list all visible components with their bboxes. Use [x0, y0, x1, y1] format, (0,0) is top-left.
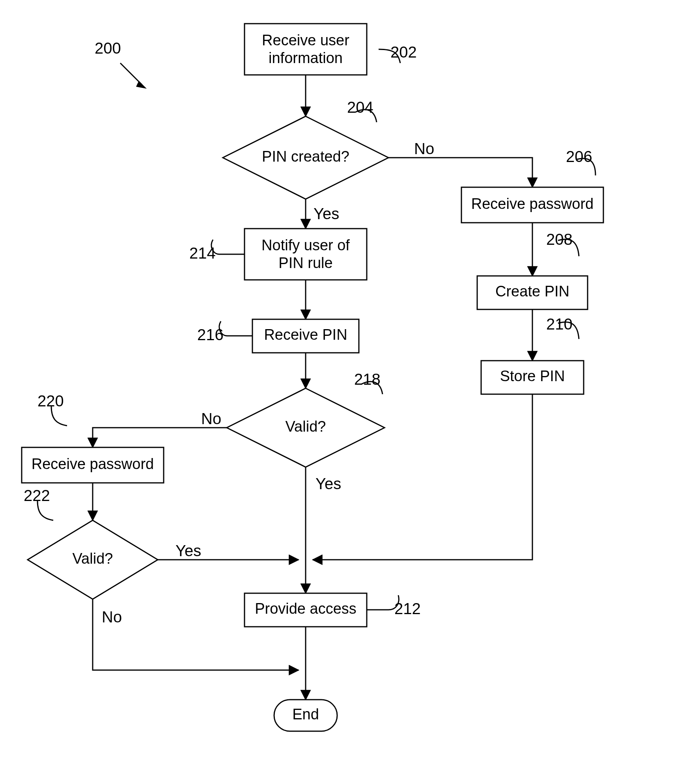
ref-216: 216: [197, 326, 224, 343]
edge-204-yes: Yes: [314, 205, 339, 222]
node-204-text: PIN created?: [262, 148, 349, 165]
ref-202: 202: [390, 43, 417, 61]
ref-204: 204: [347, 99, 373, 116]
ref-222: 222: [24, 487, 50, 504]
edge-218-yes: Yes: [315, 475, 341, 492]
node-210-text: Store PIN: [500, 368, 565, 384]
node-receive-user-info: [245, 24, 367, 75]
edge-204-no: No: [414, 140, 434, 157]
node-214-line1: Notify user of: [261, 237, 350, 253]
ref-206: 206: [566, 148, 592, 165]
ref-218: 218: [354, 371, 381, 388]
flowchart: 200 Receive user information 202 PIN cre…: [0, 0, 700, 771]
node-202-line2: information: [269, 50, 343, 66]
ref-212: 212: [394, 600, 421, 617]
node-206-text: Receive password: [471, 196, 594, 212]
node-end-text: End: [292, 706, 319, 723]
node-220-text: Receive password: [32, 456, 154, 472]
figure-ref-200: 200: [95, 39, 121, 57]
node-202-line1: Receive user: [262, 32, 349, 48]
node-214-line2: PIN rule: [278, 255, 332, 271]
edge-218-no: No: [201, 410, 221, 427]
ref-210: 210: [546, 315, 573, 333]
node-222-text: Valid?: [73, 550, 113, 567]
node-218-text: Valid?: [286, 418, 326, 435]
ref-214: 214: [189, 244, 216, 262]
edge-222-no: No: [102, 608, 122, 626]
node-216-text: Receive PIN: [264, 326, 347, 343]
node-208-text: Create PIN: [495, 283, 569, 300]
node-212-text: Provide access: [255, 600, 357, 617]
ref-220: 220: [37, 392, 64, 410]
ref-208: 208: [546, 231, 573, 248]
edge-222-yes: Yes: [175, 542, 201, 559]
node-notify-pin-rule: [245, 229, 367, 280]
